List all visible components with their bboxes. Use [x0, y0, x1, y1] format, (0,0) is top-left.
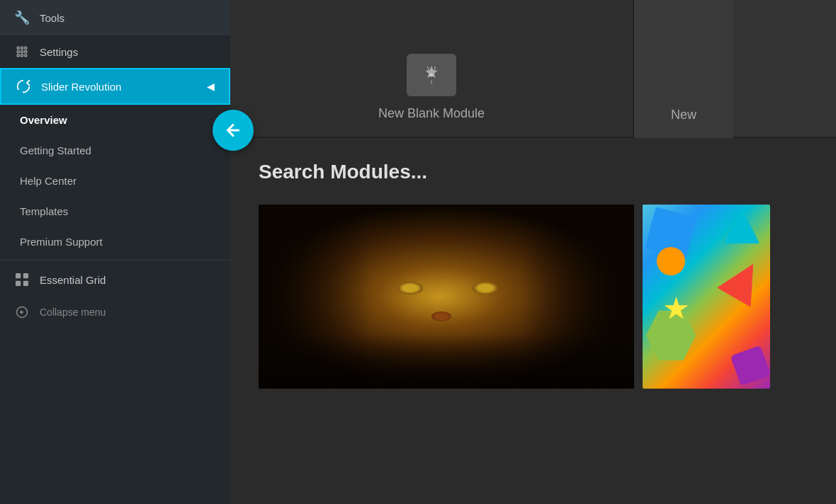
settings-icon	[14, 45, 30, 58]
tools-icon: 🔧	[14, 10, 30, 25]
collapse-menu-button[interactable]: Collapse menu	[0, 296, 230, 328]
new-blank-module-label: New Blank Module	[378, 106, 485, 121]
search-title: Search Modules...	[259, 161, 427, 183]
main-content: New Blank Module New Search Modules...	[230, 0, 836, 504]
svg-rect-0	[17, 47, 19, 49]
slider-revolution-icon	[16, 79, 31, 93]
gallery-row	[230, 205, 836, 396]
svg-rect-2	[25, 47, 27, 49]
slider-revolution-submenu: Overview Getting Started Help Center Tem…	[0, 105, 230, 257]
svg-rect-8	[25, 55, 27, 57]
top-cards-row: New Blank Module New	[230, 0, 836, 138]
svg-rect-5	[25, 51, 27, 53]
svg-point-14	[430, 74, 434, 77]
submenu-item-premium-support[interactable]: Premium Support	[0, 227, 230, 257]
sidebar-settings-label: Settings	[40, 46, 78, 58]
divider	[0, 260, 230, 260]
collapse-menu-label: Collapse menu	[40, 307, 106, 318]
essential-grid-icon	[14, 273, 30, 286]
collapse-icon	[14, 306, 30, 319]
chevron-right-icon: ◀	[207, 81, 215, 92]
sidebar-item-tools[interactable]: 🔧 Tools	[0, 0, 230, 35]
sparkle-icon	[407, 54, 456, 96]
essential-grid-label: Essential Grid	[40, 274, 106, 286]
gallery-item-abstract[interactable]	[643, 205, 770, 389]
search-area: Search Modules...	[230, 138, 836, 197]
new-blank-module-card[interactable]: New Blank Module	[230, 0, 634, 137]
svg-rect-11	[16, 281, 21, 286]
submenu-item-templates[interactable]: Templates	[0, 196, 230, 227]
svg-rect-10	[23, 273, 28, 278]
svg-rect-1	[21, 47, 23, 49]
svg-rect-9	[16, 273, 21, 278]
svg-rect-3	[17, 51, 19, 53]
sidebar-item-essential-grid[interactable]: Essential Grid	[0, 263, 230, 296]
submenu-item-overview[interactable]: Overview	[0, 105, 230, 135]
blank-module-icon-wrap	[407, 54, 456, 96]
sidebar-slider-revolution-label: Slider Revolution	[41, 81, 121, 93]
sidebar: 🔧 Tools Settings Slider Revolution ◀	[0, 0, 230, 504]
svg-rect-12	[23, 281, 28, 286]
gallery-item-lion[interactable]	[259, 205, 634, 389]
svg-rect-6	[17, 55, 19, 57]
back-button[interactable]	[213, 110, 254, 151]
lion-thumbnail	[259, 205, 634, 389]
new-module-card-partial[interactable]: New	[634, 0, 733, 138]
new-label: New	[671, 108, 696, 122]
sidebar-item-settings[interactable]: Settings	[0, 35, 230, 68]
sidebar-tools-label: Tools	[40, 12, 64, 24]
submenu-item-getting-started[interactable]: Getting Started	[0, 135, 230, 166]
svg-rect-7	[21, 55, 23, 57]
submenu-item-help-center[interactable]: Help Center	[0, 166, 230, 196]
svg-rect-4	[21, 51, 23, 53]
sidebar-item-slider-revolution[interactable]: Slider Revolution ◀	[0, 68, 230, 105]
abstract-thumbnail	[643, 205, 770, 389]
